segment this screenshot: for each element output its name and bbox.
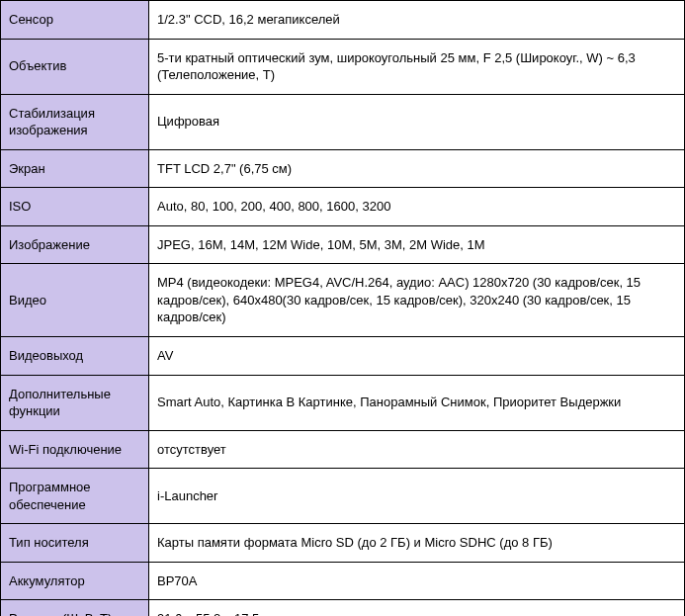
table-row: Тип носителя Карты памяти формата Micro …: [1, 524, 685, 563]
table-row: Стабилизация изображения Цифровая: [1, 94, 685, 149]
table-row: Wi-Fi подключение отсутствует: [1, 430, 685, 469]
table-row: Программное обеспечение i-Launcher: [1, 469, 685, 524]
spec-label: Стабилизация изображения: [1, 94, 149, 149]
spec-value: 91,6 x 55,2 x 17,5 мм: [149, 600, 685, 616]
spec-value: отсутствует: [149, 430, 685, 469]
table-row: Аккумулятор BP70A: [1, 562, 685, 600]
spec-value: AV: [149, 337, 685, 376]
spec-value: JPEG, 16M, 14M, 12M Wide, 10M, 5M, 3M, 2…: [149, 225, 685, 264]
spec-value: Цифровая: [149, 94, 685, 149]
spec-label: Видео: [1, 264, 149, 337]
spec-label: Аккумулятор: [1, 562, 149, 600]
spec-label: Изображение: [1, 225, 149, 264]
spec-label: Дополнительные функции: [1, 375, 149, 430]
spec-label: Тип носителя: [1, 524, 149, 563]
spec-label: ISO: [1, 188, 149, 226]
spec-value: i-Launcher: [149, 469, 685, 524]
spec-label: Объектив: [1, 39, 149, 94]
spec-label: Программное обеспечение: [1, 469, 149, 524]
spec-table: Сенсор 1/2.3" CCD, 16,2 мегапикселей Объ…: [0, 0, 685, 616]
spec-label: Wi-Fi подключение: [1, 430, 149, 469]
spec-value: MP4 (видеокодеки: MPEG4, AVC/H.264, ауди…: [149, 264, 685, 337]
spec-value: Auto, 80, 100, 200, 400, 800, 1600, 3200: [149, 188, 685, 226]
table-row: ISO Auto, 80, 100, 200, 400, 800, 1600, …: [1, 188, 685, 226]
table-row: Объектив 5-ти кратный оптический зум, ши…: [1, 39, 685, 94]
table-row: Сенсор 1/2.3" CCD, 16,2 мегапикселей: [1, 1, 685, 40]
spec-label: Экран: [1, 149, 149, 188]
spec-value: BP70A: [149, 562, 685, 600]
table-row: Дополнительные функции Smart Auto, Карти…: [1, 375, 685, 430]
table-row: Видеовыход AV: [1, 337, 685, 376]
table-row: Видео MP4 (видеокодеки: MPEG4, AVC/H.264…: [1, 264, 685, 337]
spec-value: 1/2.3" CCD, 16,2 мегапикселей: [149, 1, 685, 40]
spec-value: 5-ти кратный оптический зум, широкоуголь…: [149, 39, 685, 94]
spec-label: Видеовыход: [1, 337, 149, 376]
table-row: Изображение JPEG, 16M, 14M, 12M Wide, 10…: [1, 225, 685, 264]
spec-value: Smart Auto, Картинка В Картинке, Панорам…: [149, 375, 685, 430]
spec-value: TFT LCD 2,7" (6,75 см): [149, 149, 685, 188]
spec-label: Сенсор: [1, 1, 149, 40]
table-row: Размеры(ШxВxТ) 91,6 x 55,2 x 17,5 мм: [1, 600, 685, 616]
spec-value: Карты памяти формата Micro SD (до 2 ГБ) …: [149, 524, 685, 563]
table-row: Экран TFT LCD 2,7" (6,75 см): [1, 149, 685, 188]
spec-label: Размеры(ШxВxТ): [1, 600, 149, 616]
